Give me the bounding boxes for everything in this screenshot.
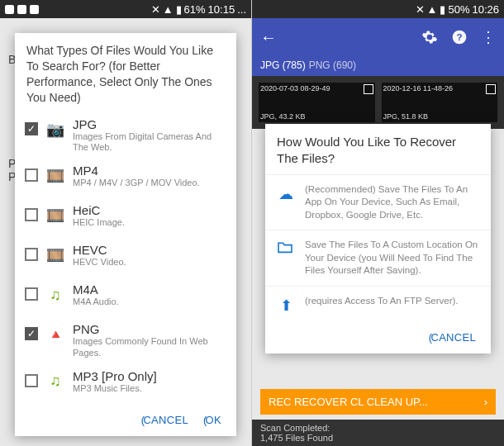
- reel-icon: 🎞️: [45, 244, 66, 266]
- rec-icon: [5, 5, 14, 14]
- thumb-meta: JPG, 43.2 KB: [260, 112, 306, 121]
- select-box-icon[interactable]: [364, 84, 373, 94]
- thumbnail[interactable]: 2020-12-16 11-48-26 JPG, 51.8 KB: [382, 83, 498, 122]
- action-bar[interactable]: REC RECOVER CL CLEAN UP... ›: [260, 389, 496, 415]
- file-type-name: HeiC: [73, 203, 226, 217]
- file-type-name: MP4: [73, 164, 226, 178]
- app-toolbar: ← ? ⋮: [252, 18, 504, 56]
- file-type-name: MP3 [Pro Only]: [73, 369, 226, 383]
- checkbox-mp4[interactable]: [25, 168, 38, 182]
- file-type-desc: M4A Audio.: [73, 297, 226, 308]
- checkbox-heic[interactable]: [25, 208, 38, 221]
- file-type-desc: Images From Digital Cameras And The Web.: [73, 131, 226, 154]
- reel-icon: 🎞️: [45, 205, 66, 226]
- checkbox-png[interactable]: [25, 327, 38, 340]
- file-type-name: PNG: [73, 322, 226, 336]
- cloud-icon: ☁: [277, 185, 295, 203]
- recover-dialog: How Would You Like To Recover The Files?…: [265, 124, 491, 353]
- file-type-name: JPG: [73, 117, 226, 131]
- file-type-row-png[interactable]: 🔺 PNG Images Commonly Found In Web Pages…: [15, 317, 236, 364]
- file-type-row-mp3[interactable]: ♫ MP3 [Pro Only] MP3 Music Files.: [15, 364, 236, 404]
- status-bar-right: ✕ ▲ ▮ 50% 10:26: [252, 0, 504, 18]
- file-type-desc: MP3 Music Files.: [73, 383, 226, 395]
- battery-text: 50%: [448, 3, 469, 16]
- clock-text: 10:15: [208, 3, 235, 16]
- dialog-title: How Would You Like To Recover The Files?: [265, 124, 491, 174]
- wifi-icon: ▲: [427, 3, 438, 16]
- file-types-dialog: What Types Of Files Would You Like To Se…: [15, 33, 236, 436]
- thumb-meta: JPG, 51.8 KB: [383, 112, 429, 121]
- gear-icon[interactable]: [421, 29, 438, 45]
- overflow-dots: ...: [237, 3, 246, 16]
- checkbox-jpg[interactable]: [25, 122, 38, 135]
- help-icon[interactable]: ?: [451, 29, 468, 45]
- scan-status-line: 1,475 Files Found: [260, 433, 496, 443]
- format-tabs: JPG (785) PNG (690): [252, 56, 504, 76]
- file-types-list[interactable]: 📷 JPG Images From Digital Cameras And Th…: [15, 112, 236, 406]
- phone-left: ✕ ▲ ▮ 61% 10:15 ... B P P What Types Of …: [0, 0, 252, 446]
- music-icon: ♫: [45, 371, 66, 392]
- vibrate-icon: ✕: [416, 3, 425, 16]
- tab-png[interactable]: PNG (690): [309, 59, 356, 71]
- recover-option-text: Save The Files To A Custom Location On Y…: [305, 239, 479, 278]
- ok-button[interactable]: OK: [203, 414, 221, 426]
- clock-text: 10:26: [472, 3, 499, 16]
- scan-status-line: Scan Completed:: [260, 423, 496, 433]
- folder-icon: [277, 240, 295, 254]
- file-type-desc: MP4 / M4V / 3GP / MOV Video.: [73, 178, 226, 189]
- overflow-icon[interactable]: ⋮: [481, 28, 496, 46]
- video-icon: [17, 5, 26, 14]
- action-bar-text: REC RECOVER CL CLEAN UP...: [269, 396, 428, 408]
- file-type-desc: HEIC Image.: [73, 217, 226, 229]
- file-type-row-m4a[interactable]: ♫ M4A M4A Audio.: [15, 278, 236, 317]
- recover-option-folder[interactable]: Save The Files To A Custom Location On Y…: [265, 230, 491, 286]
- music-icon: ♫: [45, 284, 66, 306]
- svg-text:?: ?: [456, 31, 462, 42]
- cancel-button[interactable]: CANCEL: [141, 414, 188, 426]
- checkbox-m4a[interactable]: [25, 287, 38, 301]
- cancel-button[interactable]: CANCEL: [429, 331, 476, 344]
- file-type-row-mp4[interactable]: 🎞️ MP4 MP4 / M4V / 3GP / MOV Video.: [15, 159, 236, 198]
- recover-option-text: (requires Access To An FTP Server).: [305, 295, 459, 308]
- vibrate-icon: ✕: [151, 3, 160, 16]
- checkbox-mp3[interactable]: [25, 374, 38, 387]
- file-type-row-jpg[interactable]: 📷 JPG Images From Digital Cameras And Th…: [15, 112, 236, 159]
- upload-icon: ⬆: [277, 297, 295, 315]
- file-type-name: HEVC: [73, 243, 226, 257]
- chevron-right-icon: ›: [484, 396, 487, 408]
- scan-status: Scan Completed: 1,475 Files Found: [252, 420, 504, 446]
- camera-icon: 📷: [45, 119, 66, 140]
- status-bar-left: ✕ ▲ ▮ 61% 10:15 ...: [0, 0, 251, 18]
- checkbox-hevc[interactable]: [25, 248, 38, 261]
- reel-icon: 🎞️: [45, 165, 66, 187]
- thumb-timestamp: 2020-07-03 08-29-49: [260, 84, 373, 93]
- thumbnail[interactable]: 2020-07-03 08-29-49 JPG, 43.2 KB: [259, 83, 375, 122]
- file-type-desc: HEVC Video.: [73, 257, 226, 268]
- battery-text: 61%: [184, 3, 206, 16]
- signal-icon: ▮: [440, 3, 445, 16]
- file-type-desc: Images Commonly Found In Web Pages.: [73, 336, 226, 359]
- phone-right: ✕ ▲ ▮ 50% 10:26 ← ? ⋮ JPG (785) PNG (690…: [252, 0, 504, 446]
- thumbnail-row: 2020-07-03 08-29-49 JPG, 43.2 KB 2020-12…: [252, 76, 504, 129]
- recover-option-text: (Recommended) Save The Files To An App O…: [305, 183, 479, 222]
- tab-jpg[interactable]: JPG (785): [260, 59, 306, 71]
- file-type-name: M4A: [73, 282, 226, 297]
- dialog-title: What Types Of Files Would You Like To Se…: [15, 33, 236, 112]
- logo-icon: 🔺: [45, 324, 66, 345]
- back-icon[interactable]: ←: [260, 28, 277, 47]
- dialog-actions: CANCEL OK: [15, 406, 236, 436]
- thumb-timestamp: 2020-12-16 11-48-26: [383, 84, 497, 93]
- signal-icon: ▮: [176, 3, 182, 16]
- dialog-actions: CANCEL: [265, 323, 491, 353]
- select-box-icon[interactable]: [486, 84, 496, 94]
- wifi-icon: ▲: [163, 3, 174, 16]
- recover-option-ftp[interactable]: ⬆ (requires Access To An FTP Server).: [265, 286, 491, 323]
- recover-option-app[interactable]: ☁ (Recommended) Save The Files To An App…: [265, 174, 491, 230]
- app-icon: [30, 5, 39, 14]
- file-type-row-heic[interactable]: 🎞️ HeiC HEIC Image.: [15, 198, 236, 238]
- file-type-row-hevc[interactable]: 🎞️ HEVC HEVC Video.: [15, 238, 236, 278]
